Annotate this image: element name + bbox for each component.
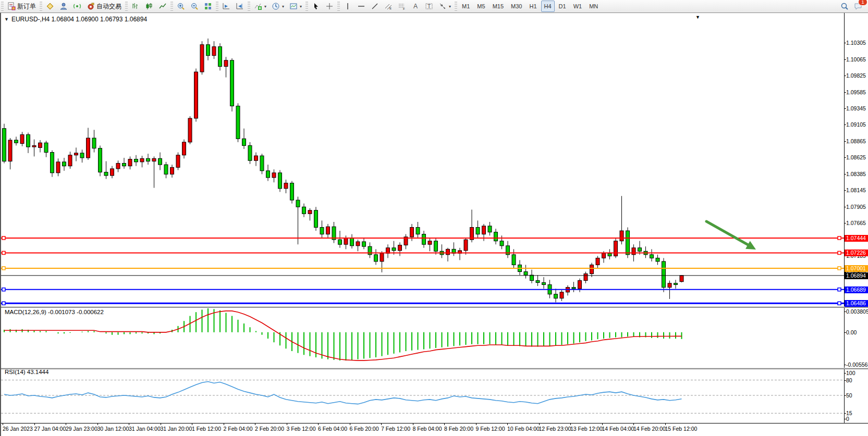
candle-body xyxy=(200,45,204,72)
time-axis[interactable]: 26 Jan 202327 Jan 04:0029 Jan 23:0030 Ja… xyxy=(1,423,868,434)
candle-body xyxy=(87,138,90,158)
hline-handle[interactable] xyxy=(2,267,5,270)
chart-window[interactable]: ▼ EURUSD-,H4 1.06804 1.06900 1.06793 1.0… xyxy=(0,13,868,436)
signals-button[interactable] xyxy=(71,1,83,12)
market-watch-button[interactable] xyxy=(44,1,56,12)
auto-scroll-icon xyxy=(222,2,230,10)
timeframe-button-m30[interactable]: M30 xyxy=(508,1,525,12)
axis-tick xyxy=(844,124,846,125)
candle-body xyxy=(398,245,402,251)
svg-text:A: A xyxy=(413,3,418,10)
timeframe-button-h1[interactable]: H1 xyxy=(526,1,540,12)
indicators-button[interactable]: ▾ xyxy=(252,1,268,12)
candle-body xyxy=(500,241,504,246)
text-button[interactable]: A xyxy=(409,1,422,12)
candle-body xyxy=(236,106,240,139)
price-tick-label: 1.08865 xyxy=(846,138,866,144)
new-order-button[interactable]: 新订单 xyxy=(5,1,38,12)
hline-button[interactable] xyxy=(355,1,368,12)
hline-handle[interactable] xyxy=(838,302,841,305)
chart-canvas[interactable] xyxy=(1,13,868,436)
timeframe-button-mn[interactable]: MN xyxy=(586,1,601,12)
line-chart-button[interactable] xyxy=(156,1,169,12)
axis-tick xyxy=(844,413,846,414)
new-order-button-label: 新订单 xyxy=(17,2,36,11)
zoom-in-button[interactable] xyxy=(175,1,187,12)
channel-button[interactable]: E xyxy=(382,1,395,12)
hline-handle[interactable] xyxy=(838,288,841,291)
hline-handle[interactable] xyxy=(2,302,5,305)
bar-chart-button[interactable] xyxy=(129,1,142,12)
hline-handle[interactable] xyxy=(2,236,5,240)
time-tick xyxy=(413,423,413,425)
cursor-icon xyxy=(312,2,320,10)
candle-body xyxy=(158,158,162,165)
trend-arrow[interactable] xyxy=(706,221,752,247)
macd-tick-label: 0.003805 xyxy=(846,308,868,315)
timeframe-button-m5[interactable]: M5 xyxy=(474,1,488,12)
timeframe-button-w1[interactable]: W1 xyxy=(570,1,585,12)
trendline-button[interactable] xyxy=(369,1,381,12)
candle-body xyxy=(308,210,312,214)
arrows-button[interactable]: ▾ xyxy=(436,1,453,12)
candlestick-button[interactable] xyxy=(143,1,155,12)
candle-body xyxy=(218,47,222,67)
crosshair-button[interactable] xyxy=(323,1,336,12)
hline-handle[interactable] xyxy=(2,288,5,291)
pane-separator-macd[interactable] xyxy=(1,306,868,308)
timeframe-button-h4[interactable]: H4 xyxy=(541,1,555,12)
price-tick-label: 1.08145 xyxy=(846,187,866,193)
time-tick-label: 31 Jan 20:00 xyxy=(161,426,192,432)
timeframe-button-m1[interactable]: M1 xyxy=(459,1,473,12)
bar-chart-icon xyxy=(131,2,140,10)
hline-handle[interactable] xyxy=(838,251,841,254)
periods-button[interactable]: ▾ xyxy=(270,1,286,12)
price-line-label: 1.06486 xyxy=(845,300,868,307)
time-tick xyxy=(255,423,255,425)
hline-handle[interactable] xyxy=(2,251,5,254)
profiles-button[interactable] xyxy=(57,1,70,12)
candle-body xyxy=(608,253,612,256)
text-label-button[interactable]: T xyxy=(423,1,435,12)
chevron-down-icon[interactable]: ▾ xyxy=(264,4,266,9)
candle-body xyxy=(176,155,180,168)
candle-body xyxy=(39,143,42,147)
candle-body xyxy=(290,183,294,200)
chevron-down-icon[interactable]: ▾ xyxy=(449,4,451,9)
indicators-icon xyxy=(254,2,262,10)
candle-body xyxy=(272,173,276,178)
chart-shift-button[interactable] xyxy=(234,1,246,12)
candle-body xyxy=(63,162,66,166)
gold-icon xyxy=(46,2,54,10)
auto-scroll-button[interactable] xyxy=(220,1,233,12)
time-tick-label: 7 Feb 12:00 xyxy=(381,426,410,432)
timeframe-button-d1[interactable]: D1 xyxy=(556,1,569,12)
timeframe-button-m15[interactable]: M15 xyxy=(490,1,507,12)
rsi-tick-label: 80 xyxy=(846,377,852,383)
hline-handle[interactable] xyxy=(838,267,841,270)
pane-separator-rsi[interactable] xyxy=(1,368,868,369)
fibonacci-button[interactable]: F xyxy=(396,1,408,12)
axis-tick xyxy=(844,157,846,158)
candle-body xyxy=(314,210,318,228)
axis-tick xyxy=(844,190,846,191)
vline-button[interactable] xyxy=(341,1,354,12)
time-tick-label: 2 Feb 20:00 xyxy=(255,426,284,432)
chat-button[interactable]: 1 xyxy=(852,1,864,12)
axis-tick xyxy=(844,395,846,396)
candle-body xyxy=(254,156,258,160)
search-button[interactable] xyxy=(838,1,851,12)
chevron-down-icon[interactable]: ▾ xyxy=(282,4,284,9)
tile-windows-button[interactable] xyxy=(202,1,214,12)
candle-body xyxy=(674,283,678,285)
cursor-button[interactable] xyxy=(310,1,322,12)
chevron-down-icon[interactable]: ▾ xyxy=(300,4,302,9)
autotrading-button[interactable]: 自动交易 xyxy=(84,1,124,12)
candle-body xyxy=(434,241,438,252)
candle-body xyxy=(368,246,372,255)
zoom-out-button[interactable] xyxy=(188,1,201,12)
hline-handle[interactable] xyxy=(838,236,841,240)
templates-button[interactable]: ▾ xyxy=(287,1,304,12)
axis-tick xyxy=(844,108,846,109)
rsi-tick-label: 100 xyxy=(846,370,855,376)
